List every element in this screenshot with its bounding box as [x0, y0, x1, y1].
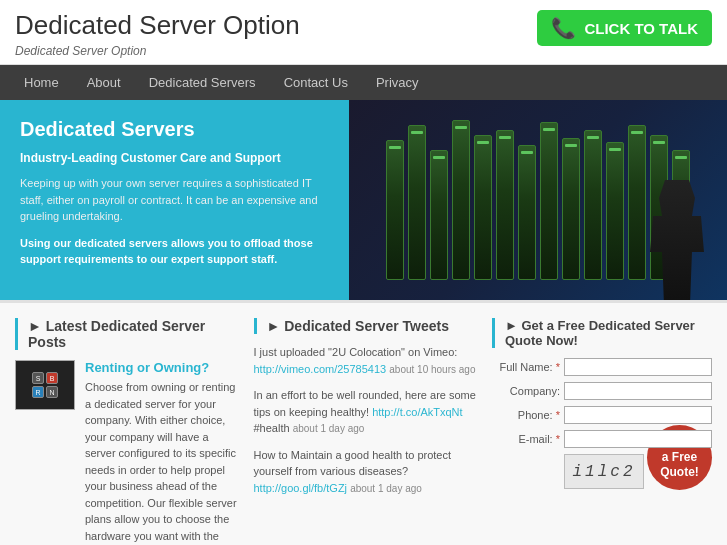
tweets-title: ► Dedicated Server Tweets: [254, 318, 478, 334]
label-company: Company:: [492, 385, 560, 397]
hero-title: Dedicated Servers: [20, 118, 329, 141]
tweet-item-2: In an effort to be well rounded, here ar…: [254, 387, 478, 437]
cta-label: CLICK TO TALK: [584, 20, 698, 37]
rack-unit: [452, 120, 470, 280]
rack-unit: [562, 138, 580, 280]
quote-form-title: ► Get a Free Dedicated Server Quote Now!: [492, 318, 712, 348]
nav-contact[interactable]: Contact Us: [270, 65, 362, 100]
post-item: S B R N Renting or Owning? Choose from o…: [15, 360, 239, 545]
tweet-link-2[interactable]: http://t.co/AkTxqNt: [372, 406, 462, 418]
captcha-text: i1lc2: [572, 463, 635, 481]
quote-form-column: ► Get a Free Dedicated Server Quote Now!…: [492, 318, 712, 545]
rack-unit: [408, 125, 426, 280]
hero-subtitle: Industry-Leading Customer Care and Suppo…: [20, 151, 329, 165]
phone-icon: 📞: [551, 16, 576, 40]
hero-section: Dedicated Servers Industry-Leading Custo…: [0, 100, 727, 300]
tweet-time-2: about 1 day ago: [293, 423, 365, 434]
page-header: Dedicated Server Option Dedicated Server…: [0, 0, 727, 65]
nav-dedicated-servers[interactable]: Dedicated Servers: [135, 65, 270, 100]
form-row-phone: Phone: *: [492, 406, 712, 424]
server-rack: [386, 120, 690, 280]
required-mark: *: [556, 433, 560, 445]
tweet-item-3: How to Maintain a good health to protect…: [254, 447, 478, 497]
tweet-time-3: about 1 day ago: [350, 483, 422, 494]
post-text: Choose from owning or renting a dedicate…: [85, 379, 239, 545]
hero-text: Dedicated Servers Industry-Leading Custo…: [0, 100, 349, 300]
thumb-row-2: R N: [32, 386, 58, 398]
tweet-link-1[interactable]: http://vimeo.com/25785413: [254, 363, 387, 375]
hero-desc: Keeping up with your own server requires…: [20, 175, 329, 225]
tweet-link-3[interactable]: http://goo.gl/fb/tGZj: [254, 482, 348, 494]
nav-home[interactable]: Home: [10, 65, 73, 100]
latest-posts-title: ► Latest Dedicated Server Posts: [15, 318, 239, 350]
hero-visual: [349, 100, 727, 300]
tweet-time-1: about 10 hours ago: [389, 364, 475, 375]
content-area: ► Latest Dedicated Server Posts S B R N …: [0, 300, 727, 545]
input-fullname[interactable]: [564, 358, 712, 376]
hero-bold: Using our dedicated servers allows you t…: [20, 235, 329, 268]
tweet-item-1: I just uploaded "2U Colocation" on Vimeo…: [254, 344, 478, 377]
rack-unit: [474, 135, 492, 280]
required-mark: *: [556, 361, 560, 373]
main-nav: Home About Dedicated Servers Contact Us …: [0, 65, 727, 100]
thumb-key: S: [32, 372, 44, 384]
rack-unit: [606, 142, 624, 280]
nav-privacy[interactable]: Privacy: [362, 65, 433, 100]
label-email: E-mail: *: [492, 433, 560, 445]
tweet-text-1: I just uploaded "2U Colocation" on Vimeo…: [254, 346, 458, 358]
rack-unit: [496, 130, 514, 280]
section-arrow: ►: [28, 318, 46, 334]
thumb-key-n: N: [46, 386, 58, 398]
hero-image: [349, 100, 727, 300]
site-title: Dedicated Server Option: [15, 10, 537, 41]
click-to-talk-button[interactable]: 📞 CLICK TO TALK: [537, 10, 712, 46]
tweet-text-3: How to Maintain a good health to protect…: [254, 449, 452, 478]
input-company[interactable]: [564, 382, 712, 400]
quote-form: Full Name: * Company: Phone: * E-mail: *…: [492, 358, 712, 489]
rack-unit: [386, 140, 404, 280]
post-title: Renting or Owning?: [85, 360, 239, 375]
input-phone[interactable]: [564, 406, 712, 424]
label-phone: Phone: *: [492, 409, 560, 421]
nav-about[interactable]: About: [73, 65, 135, 100]
rack-unit: [430, 150, 448, 280]
rack-unit: [584, 130, 602, 280]
rack-unit: [518, 145, 536, 280]
header-branding: Dedicated Server Option Dedicated Server…: [15, 10, 537, 58]
required-mark: *: [556, 409, 560, 421]
thumb-row: S B: [32, 372, 58, 384]
post-thumbnail: S B R N: [15, 360, 75, 410]
form-row-email: E-mail: *: [492, 430, 712, 448]
rack-unit: [628, 125, 646, 280]
captcha-image: i1lc2: [564, 454, 644, 489]
tweet-hashtag-2: #health: [254, 422, 290, 434]
rack-unit: [540, 122, 558, 280]
tweets-column: ► Dedicated Server Tweets I just uploade…: [254, 318, 478, 545]
form-row-company: Company:: [492, 382, 712, 400]
post-content: Renting or Owning? Choose from owning or…: [85, 360, 239, 545]
site-subtitle: Dedicated Server Option: [15, 44, 537, 58]
thumb-key-buy: B: [46, 372, 58, 384]
thumb-key-rent: R: [32, 386, 44, 398]
section-arrow: ►: [505, 318, 521, 333]
input-email[interactable]: [564, 430, 712, 448]
label-fullname: Full Name: *: [492, 361, 560, 373]
latest-posts-column: ► Latest Dedicated Server Posts S B R N …: [15, 318, 239, 545]
section-arrow: ►: [267, 318, 285, 334]
form-row-name: Full Name: *: [492, 358, 712, 376]
